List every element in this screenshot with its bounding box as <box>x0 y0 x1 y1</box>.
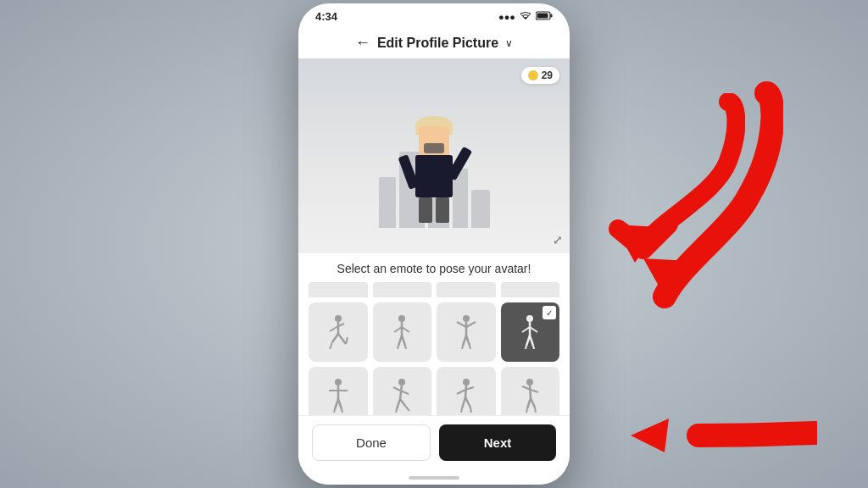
avatar-leg-right <box>436 197 449 223</box>
svg-point-59 <box>526 379 533 385</box>
svg-line-56 <box>465 397 470 408</box>
svg-line-50 <box>405 406 409 411</box>
svg-line-45 <box>393 387 400 391</box>
emote-item[interactable] <box>437 367 496 416</box>
svg-line-66 <box>535 408 536 413</box>
emote-grid-row2 <box>309 367 559 416</box>
svg-line-33 <box>526 346 526 349</box>
svg-line-18 <box>405 346 406 349</box>
done-button[interactable]: Done <box>312 424 431 461</box>
avatar-head <box>419 126 449 157</box>
svg-line-40 <box>338 399 342 409</box>
svg-line-32 <box>530 336 533 346</box>
svg-line-10 <box>346 337 348 344</box>
status-icons: ●●● <box>498 11 553 22</box>
svg-line-13 <box>394 327 402 332</box>
svg-line-52 <box>465 385 466 397</box>
home-bar <box>409 476 459 480</box>
svg-line-58 <box>470 408 471 413</box>
svg-line-62 <box>531 390 538 392</box>
svg-line-8 <box>338 334 346 344</box>
emote-item[interactable] <box>437 302 496 362</box>
svg-line-48 <box>400 399 405 406</box>
avatar-scene: 29 ⤢ <box>298 58 570 253</box>
svg-line-25 <box>462 346 463 349</box>
svg-line-44 <box>400 385 402 399</box>
svg-line-21 <box>457 322 466 327</box>
emote-item-selected[interactable]: ✓ <box>501 302 560 362</box>
building <box>379 177 396 228</box>
svg-line-16 <box>402 336 405 346</box>
expand-icon[interactable]: ⤢ <box>553 233 563 247</box>
coin-count: 29 <box>542 69 553 81</box>
svg-line-42 <box>342 409 342 413</box>
svg-line-65 <box>526 408 527 413</box>
svg-rect-1 <box>551 14 553 18</box>
svg-line-30 <box>530 327 537 332</box>
phone-frame: 4:34 ●●● ← Edit Profile Picture <box>298 3 570 485</box>
svg-line-60 <box>530 385 531 398</box>
svg-point-27 <box>526 315 533 322</box>
status-bar: 4:34 ●●● <box>298 3 570 26</box>
svg-line-29 <box>522 327 530 332</box>
svg-line-55 <box>462 397 465 408</box>
svg-point-19 <box>463 315 470 322</box>
svg-line-14 <box>402 327 409 332</box>
svg-point-35 <box>335 379 342 385</box>
svg-line-41 <box>334 409 335 413</box>
svg-line-63 <box>527 398 531 408</box>
svg-line-57 <box>461 408 462 413</box>
avatar-leg-left <box>419 197 432 223</box>
avatar-mask <box>424 143 444 153</box>
svg-point-43 <box>398 379 405 385</box>
svg-line-34 <box>533 346 534 349</box>
emote-item[interactable] <box>373 302 432 362</box>
partial-emote <box>437 282 496 297</box>
svg-line-7 <box>332 334 338 342</box>
signal-icon: ●●● <box>498 12 515 22</box>
emote-item[interactable] <box>373 367 432 416</box>
svg-line-9 <box>330 342 332 349</box>
selected-checkmark: ✓ <box>542 306 556 319</box>
avatar-figure <box>400 126 468 236</box>
next-button[interactable]: Next <box>439 424 556 461</box>
svg-line-64 <box>531 398 535 408</box>
wifi-icon <box>520 11 531 22</box>
emotes-section: ✓ <box>298 282 570 415</box>
svg-line-53 <box>457 390 465 394</box>
svg-line-17 <box>398 346 398 349</box>
svg-line-49 <box>396 409 397 413</box>
building <box>471 190 490 228</box>
svg-line-24 <box>466 336 470 346</box>
svg-point-3 <box>335 315 342 322</box>
back-button[interactable]: ← <box>355 34 370 52</box>
emote-grid-row1: ✓ <box>309 302 559 362</box>
chevron-down-icon[interactable]: ∨ <box>505 37 513 49</box>
svg-rect-2 <box>537 14 548 19</box>
page-title: Edit Profile Picture <box>377 36 498 51</box>
emote-item[interactable] <box>309 302 368 362</box>
emote-item[interactable] <box>501 367 560 416</box>
battery-icon <box>536 11 553 22</box>
partial-emote <box>373 282 432 297</box>
svg-line-22 <box>466 322 476 327</box>
avatar-legs <box>419 197 449 223</box>
svg-line-47 <box>397 399 400 409</box>
svg-point-11 <box>398 315 405 322</box>
emote-prompt: Select an emote to pose your avatar! <box>298 253 570 282</box>
avatar-body <box>415 155 453 197</box>
emote-item[interactable] <box>309 367 368 416</box>
bottom-buttons: Done Next <box>298 415 570 471</box>
avatar-arm-left <box>398 154 420 190</box>
home-indicator <box>298 471 570 485</box>
svg-line-26 <box>470 346 470 349</box>
coins-badge: 29 <box>521 67 559 84</box>
status-time: 4:34 <box>315 10 337 23</box>
partial-emote <box>309 282 368 297</box>
partial-emote-row <box>309 282 559 297</box>
coin-icon <box>528 70 538 80</box>
svg-line-5 <box>330 326 338 331</box>
svg-point-51 <box>463 379 470 385</box>
partial-emote <box>501 282 560 297</box>
